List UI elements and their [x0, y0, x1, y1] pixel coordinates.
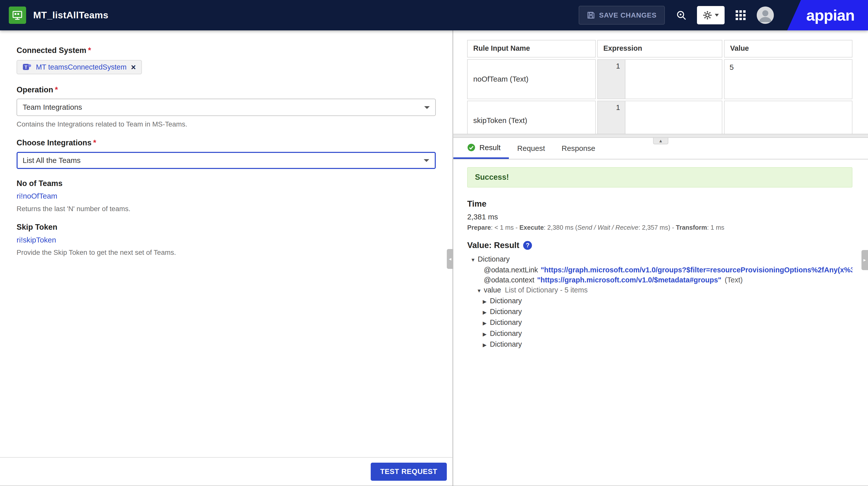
tree-node: ▼Dictionary [467, 254, 852, 265]
success-banner: Success! [467, 167, 852, 188]
connected-system-chip[interactable]: T MT teamsConnectedSystem × [17, 60, 142, 74]
expand-node-icon[interactable]: ▶ [483, 307, 490, 317]
time-detail-segment: Execute [519, 224, 544, 231]
expand-node-icon[interactable]: ▶ [483, 340, 490, 350]
save-icon [587, 11, 595, 19]
tree-node: ▶Dictionary [467, 306, 852, 317]
required-asterisk: * [55, 85, 58, 94]
page-title: MT_listAllTeams [33, 10, 108, 21]
expression-code[interactable] [625, 60, 722, 99]
time-detail-segment: Send / Wait / Receive [578, 224, 639, 231]
integration-object-icon [9, 6, 26, 24]
rule-input-row: noOfTeam (Text)15 [467, 59, 852, 99]
save-changes-button[interactable]: SAVE CHANGES [579, 6, 665, 25]
remove-connected-system-icon[interactable]: × [131, 63, 135, 71]
expression-editor[interactable]: 1 [597, 59, 722, 99]
expand-node-icon[interactable]: ▶ [483, 296, 490, 306]
operation-label: Operation* [17, 85, 436, 94]
expression-code[interactable] [625, 101, 722, 134]
required-asterisk: * [88, 46, 91, 55]
value-cell[interactable] [724, 101, 852, 134]
search-icon[interactable] [676, 10, 687, 21]
settings-menu-button[interactable] [697, 6, 724, 24]
line-number: 1 [598, 60, 625, 99]
tree-node: ▶Dictionary [467, 339, 852, 350]
time-detail: Prepare: < 1 ms - Execute: 2,380 ms (Sen… [467, 224, 852, 231]
appian-logo: appian [787, 0, 868, 30]
value-cell[interactable]: 5 [724, 59, 852, 99]
value-result-label: Value: Result [467, 240, 519, 250]
operation-help-text: Contains the Integrations related to Tea… [17, 120, 436, 128]
skip-token-help-text: Provide the Skip Token to get the next s… [17, 249, 436, 257]
left-pane-collapse-handle[interactable]: ◂ [447, 249, 453, 269]
configuration-pane: Connected System* T MT teamsConnectedSys… [0, 30, 452, 486]
table-header-row: Rule Input NameExpressionValue [467, 40, 852, 58]
tree-label: Dictionary [490, 306, 522, 317]
required-asterisk: * [93, 138, 96, 147]
time-detail-segment: Prepare [467, 224, 491, 231]
tab-request[interactable]: Request [509, 138, 553, 159]
tab-response-label: Response [562, 144, 595, 153]
tree-node: @odata.context"https://graph.microsoft.c… [467, 275, 852, 285]
tree-node: ▶Dictionary [467, 328, 852, 339]
connected-system-chip-label: MT teamsConnectedSystem [36, 63, 127, 71]
save-changes-label: SAVE CHANGES [599, 11, 656, 19]
time-detail-segment: : < 1 ms - [491, 224, 519, 231]
collapse-node-icon[interactable]: ▼ [470, 255, 478, 265]
time-detail-segment: : 1 ms [707, 224, 724, 231]
tree-node: ▼valueList of Dictionary - 5 items [467, 285, 852, 296]
connected-system-label: Connected System* [17, 46, 436, 55]
operation-select-value: Team Integrations [23, 103, 82, 111]
rule-input-name: skipToken (Text) [467, 101, 595, 134]
tree-key: @odata.context [484, 275, 534, 285]
user-avatar[interactable] [757, 6, 774, 24]
no-of-teams-help-text: Returns the last 'N' number of teams. [17, 205, 436, 213]
tree-key: @odata.nextLink [484, 265, 538, 275]
value-result-row: Value: Result ? [467, 240, 852, 250]
tree-label: Dictionary [490, 317, 522, 327]
skip-token-value-link[interactable]: ri!skipToken [17, 236, 56, 244]
rule-input-name: noOfTeam (Text) [467, 59, 595, 99]
chevron-down-icon [424, 106, 430, 109]
expand-node-icon[interactable]: ▶ [483, 329, 490, 339]
svg-text:T: T [25, 65, 28, 70]
no-of-teams-label: No of Teams [17, 179, 436, 188]
rule-inputs-table: Rule Input NameExpressionValue noOfTeam … [453, 30, 868, 134]
top-bar: MT_listAllTeams SAVE CHANGES [0, 0, 868, 30]
app-grid-icon[interactable] [736, 10, 746, 20]
tree-label: Dictionary [490, 328, 522, 338]
tree-link[interactable]: "https://graph.microsoft.com/v1.0/$metad… [537, 275, 721, 285]
skip-token-label: Skip Token [17, 223, 436, 232]
time-value: 2,381 ms [467, 213, 852, 221]
tab-result[interactable]: Result [453, 138, 509, 159]
tree-node: ▶Dictionary [467, 317, 852, 328]
chevron-down-icon [424, 159, 429, 162]
choose-integrations-select[interactable]: List All the Teams [17, 152, 436, 169]
tree-label: Dictionary [490, 339, 522, 349]
column-header-expression: Expression [597, 40, 722, 58]
tab-request-label: Request [517, 144, 545, 153]
result-panel: Success! Time 2,381 ms Prepare: < 1 ms -… [453, 159, 868, 486]
no-of-teams-value-link[interactable]: ri!noOfTeam [17, 192, 57, 200]
tree-annotation: List of Dictionary - 5 items [505, 285, 587, 295]
success-check-icon [467, 143, 475, 152]
tree-label: Dictionary [478, 254, 509, 264]
operation-select[interactable]: Team Integrations [17, 99, 436, 116]
expand-node-icon[interactable]: ▶ [483, 318, 490, 328]
expression-editor[interactable]: 1 [597, 101, 722, 134]
help-icon[interactable]: ? [523, 241, 532, 250]
collapse-up-icon[interactable]: ▲ [653, 138, 669, 144]
choose-integrations-select-value: List All the Teams [23, 156, 81, 165]
tree-node: ▶Dictionary [467, 296, 852, 306]
test-request-button[interactable]: TEST REQUEST [371, 463, 446, 481]
collapse-node-icon[interactable]: ▼ [477, 286, 484, 296]
horizontal-splitter[interactable]: ▲ [453, 134, 868, 137]
right-scroll-handle[interactable]: ▸ [862, 250, 868, 270]
line-number: 1 [598, 101, 625, 134]
tree-link[interactable]: "https://graph.microsoft.com/v1.0/groups… [541, 265, 853, 275]
tree-label: value [484, 285, 501, 295]
tab-response[interactable]: Response [553, 138, 603, 159]
result-value-tree: ▼Dictionary@odata.nextLink"https://graph… [467, 254, 852, 350]
test-pane: Rule Input NameExpressionValue noOfTeam … [453, 30, 868, 486]
configuration-footer: TEST REQUEST [0, 457, 452, 486]
